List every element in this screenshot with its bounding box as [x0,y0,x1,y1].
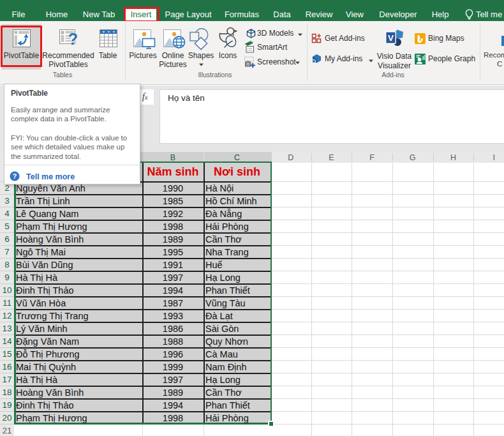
svg-text:?: ? [68,30,78,48]
svg-text:V: V [388,33,394,43]
svg-text:?: ? [12,172,17,180]
